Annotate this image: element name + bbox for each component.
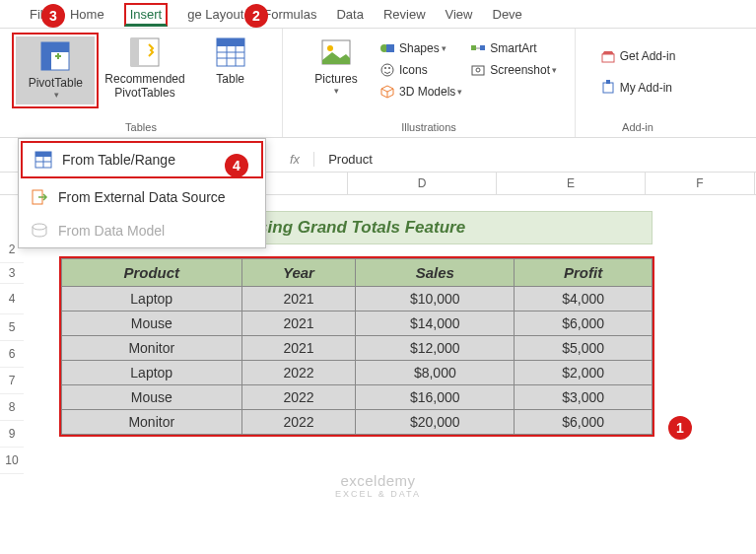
table-header-row: Product Year Sales Profit xyxy=(62,259,653,287)
tab-developer[interactable]: Deve xyxy=(483,3,532,26)
header-product[interactable]: Product xyxy=(62,259,242,287)
store-icon xyxy=(600,48,616,64)
cell[interactable]: Laptop xyxy=(62,287,242,312)
callout-4: 4 xyxy=(225,154,248,177)
row-6[interactable]: 6 xyxy=(0,341,24,368)
header-profit[interactable]: Profit xyxy=(515,259,653,287)
cell[interactable]: 2021 xyxy=(241,336,356,361)
svg-rect-19 xyxy=(480,45,485,50)
group-addins: Get Add-in My Add-in Add-in xyxy=(576,29,700,137)
3dmodels-button[interactable]: 3D Models▾ xyxy=(376,82,466,102)
table-icon xyxy=(215,36,246,68)
table-row: Laptop2022$8,000$2,000 xyxy=(62,361,653,385)
callout-3: 3 xyxy=(41,4,65,28)
pivottable-dropdown: From Table/Range From External Data Sour… xyxy=(18,138,266,248)
cell[interactable]: $20,000 xyxy=(356,410,515,435)
table-button[interactable]: Table xyxy=(191,33,270,108)
row-5[interactable]: 5 xyxy=(0,314,24,341)
tab-home[interactable]: Home xyxy=(60,3,114,26)
cell[interactable]: Monitor xyxy=(62,336,242,361)
row-3[interactable]: 3 xyxy=(0,263,24,284)
col-f[interactable]: F xyxy=(646,173,755,194)
tab-view[interactable]: View xyxy=(436,3,483,26)
from-external-item[interactable]: From External Data Source xyxy=(19,180,265,214)
watermark: exceldemy EXCEL & DATA xyxy=(335,472,421,499)
tab-data[interactable]: Data xyxy=(326,3,373,26)
svg-rect-14 xyxy=(386,44,394,52)
callout-1: 1 xyxy=(668,416,692,440)
cell[interactable]: 2022 xyxy=(241,361,356,385)
get-addins-button[interactable]: Get Add-in xyxy=(596,46,680,66)
header-year[interactable]: Year xyxy=(241,259,356,287)
icons-icon xyxy=(379,62,395,78)
shapes-button[interactable]: Shapes▾ xyxy=(376,38,466,58)
cell[interactable]: Mouse xyxy=(62,385,242,410)
cell[interactable]: $2,000 xyxy=(515,361,653,385)
cell[interactable]: $3,000 xyxy=(515,385,653,410)
from-data-model-label: From Data Model xyxy=(58,223,165,239)
table-row: Monitor2021$12,000$5,000 xyxy=(62,336,653,361)
cell[interactable]: Laptop xyxy=(62,361,242,385)
chevron-down-icon: ▾ xyxy=(54,90,59,101)
tab-review[interactable]: Review xyxy=(374,3,436,26)
ribbon: PivotTable ▾ Recommended PivotTables Tab… xyxy=(0,29,756,138)
addin-icon xyxy=(600,80,616,96)
cell[interactable]: $14,000 xyxy=(356,312,515,336)
from-data-model-item: From Data Model xyxy=(19,214,265,247)
formula-value[interactable]: Product xyxy=(314,152,373,167)
callout-2: 2 xyxy=(244,4,268,28)
external-data-icon xyxy=(31,188,48,206)
row-10[interactable]: 10 xyxy=(0,448,24,474)
table-row: Mouse2022$16,000$3,000 xyxy=(62,385,653,410)
row-8[interactable]: 8 xyxy=(0,394,24,421)
cube-icon xyxy=(379,84,395,100)
cell[interactable]: $4,000 xyxy=(515,287,653,312)
row-9[interactable]: 9 xyxy=(0,421,24,448)
cell[interactable]: $16,000 xyxy=(356,385,515,410)
table-range-icon xyxy=(34,151,52,169)
tab-pagelayout[interactable]: ge Layout xyxy=(177,3,253,26)
svg-rect-18 xyxy=(471,45,476,50)
pictures-button[interactable]: Pictures ▾ xyxy=(297,33,376,102)
col-e[interactable]: E xyxy=(497,173,646,194)
cell[interactable]: Monitor xyxy=(62,410,242,435)
smartart-button[interactable]: SmartArt xyxy=(466,38,561,58)
cell[interactable]: 2021 xyxy=(241,312,356,336)
pivottable-button[interactable]: PivotTable ▾ xyxy=(16,36,95,104)
cell[interactable]: Mouse xyxy=(62,312,242,336)
pivottable-icon xyxy=(39,40,71,72)
cell[interactable]: 2022 xyxy=(241,410,356,435)
cell[interactable]: $5,000 xyxy=(515,336,653,361)
data-model-icon xyxy=(31,222,48,240)
pictures-icon xyxy=(320,36,352,68)
ribbon-tabs: File Home Insert ge Layout Formulas Data… xyxy=(0,0,756,29)
table-row: Mouse2021$14,000$6,000 xyxy=(62,312,653,336)
tab-insert[interactable]: Insert xyxy=(114,3,178,26)
cell[interactable]: $10,000 xyxy=(356,287,515,312)
recommended-pivottables-button[interactable]: Recommended PivotTables xyxy=(99,33,190,108)
group-illus-title: Illustrations xyxy=(401,121,456,133)
row-7[interactable]: 7 xyxy=(0,368,24,394)
table-row: Monitor2022$20,000$6,000 xyxy=(62,410,653,435)
cell[interactable]: $12,000 xyxy=(356,336,515,361)
my-addins-button[interactable]: My Add-in xyxy=(596,78,680,98)
icons-button[interactable]: Icons xyxy=(376,60,466,80)
cell[interactable]: $6,000 xyxy=(515,312,653,336)
svg-rect-2 xyxy=(41,42,69,52)
cell[interactable]: $8,000 xyxy=(356,361,515,385)
chevron-down-icon: ▾ xyxy=(334,86,339,97)
fx-label[interactable]: fx xyxy=(276,152,314,167)
smartart-icon xyxy=(470,40,486,56)
row-headers: 2 3 4 5 6 7 8 9 10 xyxy=(0,237,24,474)
screenshot-button[interactable]: Screenshot▾ xyxy=(466,60,561,80)
cell[interactable]: 2022 xyxy=(241,385,356,410)
data-table-selection[interactable]: Product Year Sales Profit Laptop2021$10,… xyxy=(59,256,654,437)
svg-point-31 xyxy=(33,224,46,230)
col-d[interactable]: D xyxy=(348,173,497,194)
cell[interactable]: 2021 xyxy=(241,287,356,312)
svg-rect-21 xyxy=(472,66,484,75)
cell[interactable]: $6,000 xyxy=(515,410,653,435)
svg-point-17 xyxy=(388,67,390,69)
header-sales[interactable]: Sales xyxy=(356,259,515,287)
row-4[interactable]: 4 xyxy=(0,284,24,314)
